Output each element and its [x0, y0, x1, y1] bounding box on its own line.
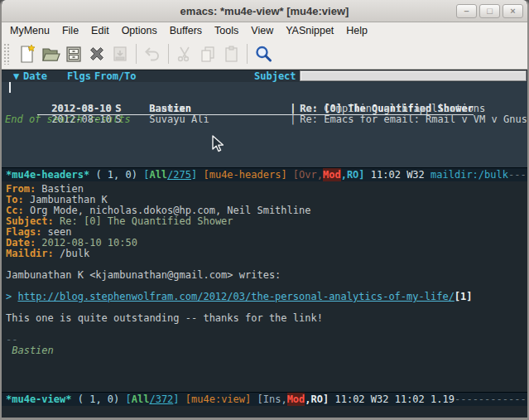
message-row-selected[interactable]: 2012-08-10 S Bastien | Re: [0] The Quant… [2, 82, 527, 93]
body-attribution: Jambunathan K <kjambunathan@gmail.com> w… [6, 270, 527, 281]
line-count: /372 [149, 393, 173, 406]
header-line-filler [300, 70, 527, 81]
cc-value: Org Mode, nicholas.dokos@hp.com, Neil Sm… [24, 205, 311, 216]
footnote-ref: [1] [454, 291, 473, 302]
date-value: 2012-08-10 10:50 [36, 237, 137, 249]
save-icon[interactable] [62, 42, 85, 65]
modified-flag[interactable]: Mod [323, 168, 341, 181]
menu-item-options[interactable]: Options [122, 25, 157, 36]
copy-icon-disabled[interactable] [196, 42, 219, 65]
paste-icon-disabled[interactable] [219, 42, 243, 65]
toolbar-separator [247, 44, 248, 64]
modeline-filler: --------- [508, 168, 527, 181]
title-bar[interactable]: emacs: *mu4e-view* [mu4e:view] – □ × [2, 0, 527, 22]
open-folder-icon[interactable] [39, 42, 62, 65]
read-only-flag[interactable]: ,RO] [305, 393, 334, 406]
column-subject[interactable]: Subject [254, 70, 296, 82]
read-only-flag[interactable]: ,RO] [341, 168, 371, 181]
date-label: Date: [6, 237, 36, 249]
mouse-cursor [212, 135, 225, 157]
menu-item-view[interactable]: View [251, 25, 273, 36]
menu-item-buffers[interactable]: Buffers [170, 25, 202, 36]
bracket: [ [143, 168, 149, 181]
modified-flag[interactable]: Mod [287, 393, 305, 406]
menu-item-help[interactable]: Help [346, 25, 368, 36]
column-flags[interactable]: Flgs [67, 70, 94, 82]
column-labels: ▼ Date Flgs From/To Subject [2, 70, 300, 82]
delete-icon[interactable] [85, 42, 108, 65]
from-label: From: [6, 183, 36, 195]
body-hyperlink[interactable]: http://blog.stephenwolfram.com/2012/03/t… [17, 291, 454, 302]
modeline-clock: 11:02 W32 11:02 1.19 [334, 393, 454, 406]
undo-icon-disabled[interactable] [141, 42, 164, 65]
modeline-filler: -------------- [454, 393, 527, 406]
signature-name: Bastien [6, 345, 527, 356]
sort-arrow-icon: ▼ [13, 70, 23, 82]
point-cursor [9, 82, 11, 93]
scroll-all: All [149, 168, 167, 181]
close-button[interactable]: × [503, 4, 523, 18]
subject-label: Subject: [6, 215, 54, 227]
minor-state: [Ins, [251, 393, 286, 406]
maildir-value: /bulk [54, 248, 89, 259]
window-controls: – □ × [456, 4, 527, 18]
message-view: From: Bastien To: Jambunathan K Cc: Org … [2, 181, 527, 392]
menu-item-yasnippet[interactable]: YASnippet [286, 25, 334, 36]
message-flags: S [115, 114, 149, 125]
bracket: ] [191, 168, 203, 181]
maximize-button[interactable]: □ [479, 4, 500, 18]
bracket: [ [126, 393, 132, 406]
save-as-icon-disabled[interactable] [108, 42, 132, 65]
buffer-name[interactable]: *mu4e-headers* [6, 168, 89, 181]
message-row[interactable]: 2012-08-10 S Lanoxx | Re: Compiling glib… [2, 93, 527, 104]
buffer-position: ( 1, 0) [71, 393, 125, 406]
window-title: emacs: *mu4e-view* [mu4e:view] [2, 5, 527, 17]
menu-item-tools[interactable]: Tools [214, 25, 238, 36]
buffer-position: ( 1, 0) [89, 168, 143, 181]
maildir-info: maildir:/bulk [430, 168, 508, 181]
bracket: ] [173, 393, 185, 406]
menu-bar: MyMenu File Edit Options Buffers Tools V… [2, 22, 527, 38]
line-count: /275 [167, 168, 191, 181]
modeline-clock: 11:02 W32 [371, 168, 430, 181]
to-value: Jambunathan K [24, 194, 108, 205]
minor-state: [Ovr, [287, 168, 323, 181]
subject-value: Re: [0] The Quantified Shower [54, 215, 233, 227]
to-label: To: [6, 194, 24, 205]
message-date: 2012-08-10 [51, 114, 115, 125]
thread-pipe: | [290, 114, 300, 125]
new-file-icon[interactable] [16, 42, 39, 65]
flags-label: Flags: [6, 226, 41, 238]
buffer-name[interactable]: *mu4e-view* [6, 393, 71, 406]
modeline-mu4e-view: *mu4e-view* ( 1, 0) [All/372] [mu4e:view… [2, 392, 527, 406]
body-text: This one is quite outstanding -- thanks … [6, 313, 527, 324]
search-icon[interactable] [252, 42, 275, 65]
toolbar-separator [136, 44, 137, 64]
from-value: Bastien [36, 183, 84, 195]
emacs-window: emacs: *mu4e-view* [mu4e:view] – □ × MyM… [0, 0, 529, 420]
mu4e-headers-columns: ▼ Date Flgs From/To Subject [2, 70, 527, 82]
flags-value: seen [41, 226, 71, 238]
major-mode[interactable]: [mu4e-headers] [203, 168, 286, 181]
scroll-all: All [132, 393, 150, 406]
major-mode[interactable]: [mu4e:view] [185, 393, 251, 406]
message-row[interactable]: 2012-08-10 S Suvayu Ali | Re: Emacs for … [2, 104, 527, 114]
tool-bar [2, 38, 527, 70]
minimize-button[interactable]: – [456, 4, 477, 18]
menu-item-file[interactable]: File [62, 25, 79, 36]
toolbar-drag-handle[interactable] [3, 43, 11, 65]
message-subject: Re: Emacs for email: Rmail v VM v Gnus [300, 114, 527, 125]
menu-item-edit[interactable]: Edit [91, 25, 109, 36]
menu-item-mymenu[interactable]: MyMenu [10, 25, 50, 36]
signature-separator: -- [6, 335, 527, 345]
cut-icon-disabled[interactable] [173, 42, 196, 65]
column-from-to[interactable]: From/To [94, 70, 254, 82]
toolbar-separator [168, 44, 169, 64]
message-list: 2012-08-10 S Bastien | Re: [0] The Quant… [2, 82, 527, 167]
maildir-label: Maildir: [6, 248, 54, 259]
message-from: Suvayu Ali [149, 114, 290, 125]
cc-label: Cc: [6, 205, 24, 216]
quote-marker: > [6, 291, 17, 302]
column-date[interactable]: Date [23, 70, 55, 82]
echo-area-minibuffer[interactable] [2, 406, 527, 418]
